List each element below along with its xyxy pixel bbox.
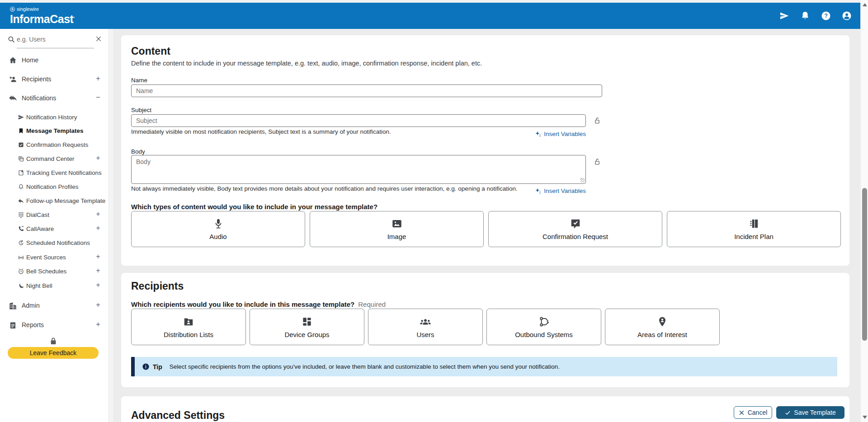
sidebar-item-reports[interactable]: Reports + bbox=[0, 319, 108, 330]
bell-outline-icon bbox=[18, 183, 24, 190]
body-help-text: Not always immediately visible, Body tex… bbox=[131, 185, 518, 192]
page-scrollbar[interactable] bbox=[860, 0, 868, 422]
distribution-lists-card[interactable]: Distribution Lists bbox=[131, 309, 246, 345]
update-clock-icon bbox=[18, 239, 24, 246]
expand-plus-icon[interactable]: + bbox=[94, 320, 102, 329]
sparkle-icon bbox=[535, 188, 542, 194]
recipients-title: Recipients bbox=[131, 280, 184, 292]
sidebar-item-command-center[interactable]: Command Center + bbox=[0, 155, 108, 164]
expand-plus-icon[interactable]: + bbox=[94, 267, 102, 275]
cancel-button[interactable]: Cancel bbox=[734, 406, 772, 419]
confirmation-request-card[interactable]: Confirmation Request bbox=[488, 211, 662, 247]
subject-help-text: Immediately visible on most notification… bbox=[131, 128, 391, 135]
content-section: Content Define the content to include in… bbox=[121, 35, 849, 266]
subject-input[interactable] bbox=[131, 114, 586, 127]
name-input[interactable] bbox=[131, 84, 602, 97]
tip-banner: Tip Select specific recipients from the … bbox=[131, 357, 837, 376]
sidebar-scrollbar[interactable] bbox=[108, 29, 113, 422]
content-types-question: Which types of content would you like to… bbox=[131, 203, 377, 211]
recipients-question: Which recipients would you like to inclu… bbox=[131, 300, 386, 308]
alarm-clock-icon bbox=[18, 268, 24, 275]
phone-callback-icon bbox=[18, 225, 24, 232]
unlock-icon[interactable] bbox=[593, 158, 601, 166]
expand-plus-icon[interactable]: + bbox=[94, 154, 102, 162]
lock-icon bbox=[49, 337, 58, 346]
sidebar-item-tracking-event-notifications[interactable]: Tracking Event Notifications bbox=[0, 169, 108, 178]
leave-feedback-button[interactable]: Leave Feedback bbox=[8, 347, 99, 359]
tracking-book-icon bbox=[18, 169, 24, 176]
home-icon bbox=[9, 56, 17, 65]
sidebar-item-admin[interactable]: Admin + bbox=[0, 300, 108, 311]
help-icon[interactable]: ? bbox=[821, 10, 831, 21]
device-groups-card[interactable]: Device Groups bbox=[250, 309, 364, 345]
send-icon bbox=[18, 114, 24, 121]
unlock-icon[interactable] bbox=[593, 117, 601, 125]
info-icon bbox=[142, 363, 150, 370]
body-textarea[interactable] bbox=[131, 155, 586, 184]
users-card[interactable]: Users bbox=[368, 309, 483, 345]
expand-plus-icon[interactable]: + bbox=[94, 74, 102, 83]
sidebar-item-dialcast[interactable]: DialCast + bbox=[0, 211, 108, 220]
notifications-bell-icon[interactable] bbox=[800, 10, 811, 21]
sensors-icon bbox=[18, 254, 24, 261]
person-add-icon bbox=[9, 75, 17, 84]
account-icon[interactable] bbox=[841, 10, 852, 21]
expand-plus-icon[interactable]: + bbox=[94, 224, 102, 232]
sidebar-item-message-templates[interactable]: Message Templates bbox=[0, 127, 108, 136]
incident-plan-card[interactable]: Incident Plan bbox=[667, 211, 841, 247]
name-label: Name bbox=[131, 77, 147, 84]
check-icon bbox=[785, 410, 791, 416]
expand-plus-icon[interactable]: + bbox=[94, 210, 102, 218]
sidebar-item-event-sources[interactable]: Event Sources + bbox=[0, 253, 108, 262]
expand-plus-icon[interactable]: + bbox=[94, 253, 102, 261]
audio-card[interactable]: Audio bbox=[131, 211, 305, 247]
scroll-down-arrow[interactable] bbox=[863, 416, 867, 419]
expand-plus-icon[interactable]: + bbox=[94, 300, 102, 309]
search-input[interactable] bbox=[17, 34, 89, 44]
body-label: Body bbox=[131, 148, 145, 155]
sidebar-item-recipients[interactable]: Recipients + bbox=[0, 74, 108, 84]
send-notification-icon[interactable] bbox=[779, 10, 790, 21]
brand-trademark: · bbox=[73, 15, 75, 20]
reply-all-icon bbox=[9, 94, 17, 103]
singlewire-logo-icon: S bbox=[10, 7, 15, 12]
sidebar-item-notification-profiles[interactable]: Notification Profiles bbox=[0, 183, 108, 192]
informacast-logo[interactable]: S singlewire InformaCast· bbox=[10, 6, 75, 25]
search-clear-icon[interactable] bbox=[95, 35, 102, 42]
sidebar: Home Recipients + Notifications − Notifi… bbox=[0, 29, 108, 422]
moon-icon bbox=[18, 282, 24, 289]
sidebar-item-home[interactable]: Home bbox=[0, 55, 108, 66]
sidebar-item-follow-up-message-template[interactable]: Follow-up Message Template bbox=[0, 197, 108, 206]
scroll-up-arrow[interactable] bbox=[863, 3, 867, 6]
microphone-icon bbox=[212, 218, 224, 230]
content-title: Content bbox=[131, 45, 170, 57]
sidebar-item-notification-history[interactable]: Notification History bbox=[0, 113, 108, 122]
areas-of-interest-card[interactable]: Areas of Interest bbox=[605, 309, 720, 345]
task-check-icon bbox=[18, 141, 24, 148]
collapse-minus-icon[interactable]: − bbox=[94, 93, 102, 102]
sidebar-item-confirmation-requests[interactable]: Confirmation Requests bbox=[0, 141, 108, 150]
sidebar-item-night-bell[interactable]: Night Bell + bbox=[0, 281, 108, 291]
chat-check-icon bbox=[570, 218, 581, 230]
sidebar-item-notifications[interactable]: Notifications − bbox=[0, 93, 108, 103]
brand-informacast: InformaCast bbox=[10, 13, 73, 25]
image-card[interactable]: Image bbox=[310, 211, 484, 247]
scrollbar-thumb[interactable] bbox=[862, 188, 867, 341]
dialpad-icon bbox=[18, 211, 24, 218]
image-icon bbox=[391, 218, 403, 230]
outbound-systems-card[interactable]: Outbound Systems bbox=[486, 309, 601, 345]
sidebar-search bbox=[0, 34, 108, 45]
resize-grip[interactable] bbox=[580, 178, 585, 183]
save-template-button[interactable]: Save Template bbox=[776, 406, 844, 419]
tip-text: Select specific recipients from the opti… bbox=[170, 363, 560, 370]
insert-variables-link[interactable]: Insert Variables bbox=[535, 131, 586, 137]
folder-person-icon bbox=[183, 316, 194, 328]
sidebar-item-scheduled-notifications[interactable]: Scheduled Notifications bbox=[0, 239, 108, 248]
command-center-icon bbox=[18, 155, 24, 162]
insert-variables-link[interactable]: Insert Variables bbox=[535, 188, 586, 194]
sparkle-icon bbox=[535, 131, 542, 137]
expand-plus-icon[interactable]: + bbox=[94, 281, 102, 289]
sidebar-item-callaware[interactable]: CallAware + bbox=[0, 225, 108, 234]
sidebar-item-bell-schedules[interactable]: Bell Schedules + bbox=[0, 267, 108, 276]
content-subtitle: Define the content to include in your me… bbox=[131, 60, 482, 67]
